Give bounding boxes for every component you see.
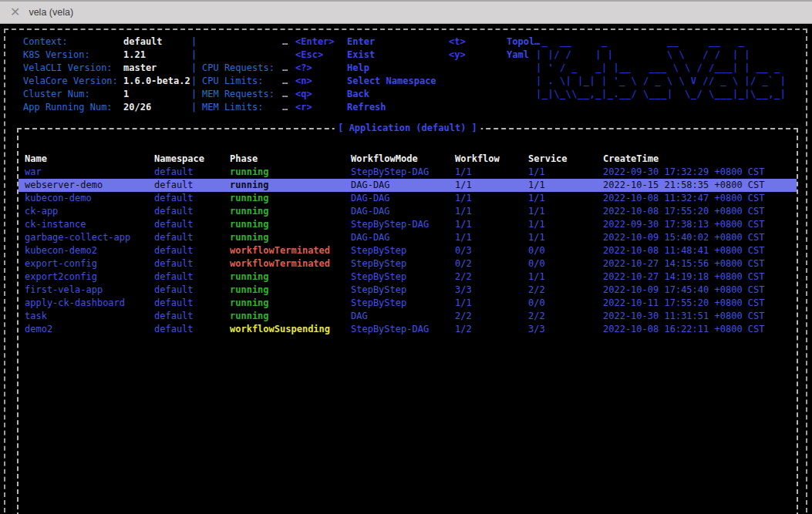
cell-createtime: 2022-10-30 11:31:51 +0800 CST <box>603 310 797 323</box>
metric-value: … <box>282 101 295 114</box>
cell-workflowmode: StepByStep <box>351 257 455 270</box>
cell-workflowmode: DAG-DAG <box>351 205 455 218</box>
cell-workflow: 2/2 <box>455 270 528 284</box>
table-row[interactable]: kubecon-demo default running DAG-DAG 1/1… <box>19 192 797 205</box>
info-value: default <box>123 35 191 49</box>
cell-namespace: default <box>154 323 230 336</box>
cell-workflow: 0/3 <box>455 244 528 257</box>
col-header-name: Name <box>25 153 154 166</box>
metric-value: … <box>282 75 295 88</box>
hotkey-action: Exist <box>347 49 449 62</box>
hotkey: <Enter> <box>295 35 347 49</box>
cell-workflowmode: DAG-DAG <box>351 179 455 192</box>
cell-service: 3/3 <box>528 323 603 336</box>
cell-workflow: 1/1 <box>455 297 528 310</box>
info-row: App Running Num: 20/26 | MEM Limits: … <… <box>23 101 800 114</box>
cell-name: export2config <box>25 270 154 284</box>
table-row[interactable]: first-vela-app default running StepBySte… <box>19 284 797 297</box>
cell-name: garbage-collect-app <box>25 231 154 244</box>
info-label: App Running Num: <box>23 101 123 114</box>
table-row[interactable]: apply-ck-dashboard default running StepB… <box>19 297 797 310</box>
info-label: K8S Version: <box>23 49 123 62</box>
col-header-createtime: CreateTime <box>603 153 797 166</box>
cell-phase: workflowTerminated <box>230 244 351 257</box>
info-label: Context: <box>23 35 123 49</box>
cell-phase: running <box>230 179 351 192</box>
cell-phase: running <box>230 231 351 244</box>
hotkey-secondary: <y> <box>449 49 507 62</box>
cell-workflowmode: DAG <box>351 310 455 323</box>
cell-phase: running <box>230 270 351 284</box>
close-icon[interactable]: ✕ <box>10 6 20 18</box>
info-value: 1.6.0-beta.2 <box>123 75 191 88</box>
window-title: vela (vela) <box>29 7 73 18</box>
cell-name: first-vela-app <box>25 284 154 297</box>
hotkey-action: Help <box>347 62 449 75</box>
table-row[interactable]: export2config default running StepByStep… <box>19 270 797 284</box>
cell-service: 1/1 <box>528 192 603 205</box>
cell-name: kubecon-demo <box>25 192 154 205</box>
hotkey: <Esc> <box>295 49 347 62</box>
cell-namespace: default <box>154 218 230 231</box>
metric-label <box>202 35 282 49</box>
cell-namespace: default <box>154 166 230 179</box>
hotkey: <r> <box>295 101 347 114</box>
cell-service: 1/1 <box>528 205 603 218</box>
cell-namespace: default <box>154 297 230 310</box>
cell-workflowmode: StepByStep-DAG <box>351 323 455 336</box>
cell-workflowmode: StepByStep <box>351 270 455 284</box>
column-separator: | <box>191 101 202 114</box>
column-separator: | <box>191 88 202 101</box>
cell-service: 1/1 <box>528 218 603 231</box>
cell-workflow: 1/1 <box>455 192 528 205</box>
metric-label <box>202 49 282 62</box>
metric-label: CPU Limits: <box>202 75 282 88</box>
cell-workflowmode: DAG-DAG <box>351 231 455 244</box>
cell-name: ck-instance <box>25 218 154 231</box>
cell-service: 2/2 <box>528 310 603 323</box>
hotkey-secondary: <t> <box>449 35 507 49</box>
table-row[interactable]: war default running StepByStep-DAG 1/1 1… <box>19 166 797 179</box>
col-header-workflow: Workflow <box>455 153 528 166</box>
cell-phase: workflowTerminated <box>230 257 351 270</box>
cell-namespace: default <box>154 192 230 205</box>
cell-createtime: 2022-10-08 11:48:41 +0800 CST <box>603 244 797 257</box>
cell-service: 1/1 <box>528 231 603 244</box>
hotkey: <?> <box>295 62 347 75</box>
metric-label: CPU Requests: <box>202 62 282 75</box>
table-row[interactable]: webserver-demo default running DAG-DAG 1… <box>19 179 797 192</box>
table-row[interactable]: garbage-collect-app default running DAG-… <box>19 231 797 244</box>
cell-name: apply-ck-dashboard <box>25 297 154 310</box>
table-row[interactable]: ck-instance default running StepByStep-D… <box>19 218 797 231</box>
table-row[interactable]: demo2 default workflowSuspending StepByS… <box>19 323 797 336</box>
hotkey-action: Select Namespace <box>347 75 449 88</box>
hotkey-action: Refresh <box>347 101 449 114</box>
cell-service: 2/2 <box>528 284 603 297</box>
table-header: Name Namespace Phase WorkflowMode Workfl… <box>19 153 797 166</box>
table-row[interactable]: ck-app default running DAG-DAG 1/1 1/1 2… <box>19 205 797 218</box>
table-row[interactable]: export-config default workflowTerminated… <box>19 257 797 270</box>
cell-createtime: 2022-10-27 14:19:18 +0800 CST <box>603 270 797 284</box>
table-row[interactable]: task default running DAG 2/2 2/2 2022-10… <box>19 310 797 323</box>
cell-namespace: default <box>154 284 230 297</box>
cell-workflow: 1/1 <box>455 179 528 192</box>
cell-name: ck-app <box>25 205 154 218</box>
hotkey-action: Back <box>347 88 449 101</box>
metric-label: MEM Requests: <box>202 88 282 101</box>
cell-name: task <box>25 310 154 323</box>
window-titlebar: ✕ vela (vela) <box>0 0 812 24</box>
cell-namespace: default <box>154 310 230 323</box>
table-row[interactable]: kubecon-demo2 default workflowTerminated… <box>19 244 797 257</box>
hotkey-secondary <box>449 88 507 101</box>
cell-name: webserver-demo <box>25 179 154 192</box>
metric-value: … <box>282 35 295 49</box>
cell-workflow: 0/2 <box>455 257 528 270</box>
hotkey-secondary <box>449 75 507 88</box>
cell-workflowmode: StepByStep-DAG <box>351 218 455 231</box>
cell-createtime: 2022-10-09 15:40:02 +0800 CST <box>603 231 797 244</box>
metric-label: MEM Limits: <box>202 101 282 114</box>
cell-namespace: default <box>154 244 230 257</box>
cell-phase: running <box>230 297 351 310</box>
kubevela-ascii-logo: _ __ _ __ __ _ | |/ / | | \ \ / / | | | … <box>536 35 786 101</box>
cell-phase: running <box>230 192 351 205</box>
